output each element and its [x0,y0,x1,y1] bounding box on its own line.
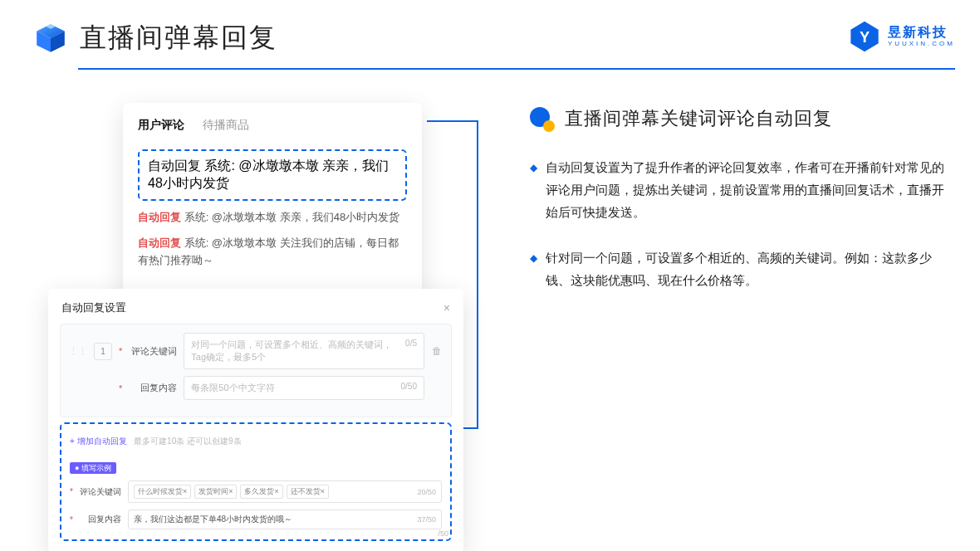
close-icon[interactable]: × [443,301,450,315]
auto-reply-tag: 自动回复 [148,158,201,173]
chip-list: 什么时候发货× 发货时间× 多久发货× 还不发货× [134,485,329,499]
auto-reply-tag: 自动回复 [138,211,181,223]
auto-reply-tag: 自动回复 [138,236,181,249]
ex-keyword-field[interactable]: 什么时候发货× 发货时间× 多久发货× 还不发货× 20/50 [128,480,442,503]
bubble-icon [530,107,553,130]
add-rule-note: 最多可建10条 还可以创建9条 [134,436,241,446]
ex-reply-field[interactable]: 亲，我们这边都是下单48小时内发货的哦～ 37/50 [128,510,442,529]
svg-text:Y: Y [860,28,870,46]
rule-card: ⋮⋮ 1 * 评论关键词 对同一个问题，可设置多个相近、高频的关键词，Tag确定… [60,324,452,417]
comments-panel: 用户评论 待播商品 自动回复 系统: @冰墩墩本墩 亲亲，我们48小时内发货 自… [123,103,422,302]
settings-panel: 自动回复设置 × ⋮⋮ 1 * 评论关键词 对同一个问题，可设置多个相近、高频的… [48,289,463,551]
bullet-text: 针对同一个问题，可设置多个相近的、高频的关键词。例如：这款多少钱、这块能优惠吗、… [546,246,955,291]
page-title: 直播间弹幕回复 [80,20,277,56]
description-column: 直播间弹幕关键词评论自动回复 ◆ 自动回复设置为了提升作者的评论回复效率，作者可… [472,103,955,551]
add-rule-link[interactable]: + 增加自动回复 [70,436,127,447]
bullet-item: ◆ 自动回复设置为了提升作者的评论回复效率，作者可在开播前针对常见的评论用户问题… [530,156,955,223]
example-highlight: + 增加自动回复 最多可建10条 还可以创建9条 ● 填写示例 * 评论关键词 … [60,422,452,541]
required-dot: * [119,383,122,393]
highlighted-message: 自动回复 系统: @冰墩墩本墩 亲亲，我们48小时内发货 [138,149,407,201]
message-body: 系统: @冰墩墩本墩 亲亲，我们48小时内发货 [184,211,400,223]
brand-name-cn: 昱新科技 [888,26,955,39]
delete-icon[interactable]: 🗑 [431,345,443,357]
keyword-chip[interactable]: 什么时候发货× [134,485,191,499]
brand-logo: Y 昱新科技 YUUXIN.COM [848,20,955,53]
example-badge: ● 填写示例 [70,462,116,474]
keyword-input[interactable]: 对同一个问题，可设置多个相近、高频的关键词，Tag确定，最多5个 0/5 [184,333,424,369]
cube-icon [33,21,68,56]
order-input[interactable]: 1 [94,343,112,360]
settings-title: 自动回复设置 [61,300,126,315]
ex-keyword-label: 评论关键词 [80,486,121,498]
ex-reply-label: 回复内容 [80,514,121,525]
tab-user-comments[interactable]: 用户评论 [138,118,184,133]
brand-icon: Y [848,20,881,53]
required-dot: * [119,346,122,356]
keyword-label: 评论关键词 [129,345,177,358]
reply-input[interactable]: 每条限50个中文字符 0/50 [184,376,424,400]
section-heading: 直播间弹幕关键词评论自动回复 [565,106,832,131]
message-row: 自动回复 系统: @冰墩墩本墩 亲亲，我们48小时内发货 [138,209,407,227]
keyword-chip[interactable]: 还不发货× [287,485,329,499]
reply-label: 回复内容 [129,382,177,394]
keyword-chip[interactable]: 发货时间× [194,485,237,499]
screenshot-mocks: 用户评论 待播商品 自动回复 系统: @冰墩墩本墩 亲亲，我们48小时内发货 自… [48,103,472,551]
diamond-icon: ◆ [530,250,537,291]
outer-counter: /50 [438,529,448,538]
brand-name-en: YUUXIN.COM [888,40,955,47]
message-row: 自动回复 系统: @冰墩墩本墩 关注我们的店铺，每日都有热门推荐呦～ [138,235,407,270]
bullet-item: ◆ 针对同一个问题，可设置多个相近的、高频的关键词。例如：这款多少钱、这块能优惠… [530,246,955,291]
tab-pending-goods[interactable]: 待播商品 [203,118,249,133]
drag-handle-icon[interactable]: ⋮⋮ [69,346,87,357]
bullet-text: 自动回复设置为了提升作者的评论回复效率，作者可在开播前针对常见的评论用户问题，提… [546,156,955,223]
keyword-chip[interactable]: 多久发货× [240,485,282,499]
diamond-icon: ◆ [530,159,537,223]
page-header: 直播间弹幕回复 [0,0,980,68]
